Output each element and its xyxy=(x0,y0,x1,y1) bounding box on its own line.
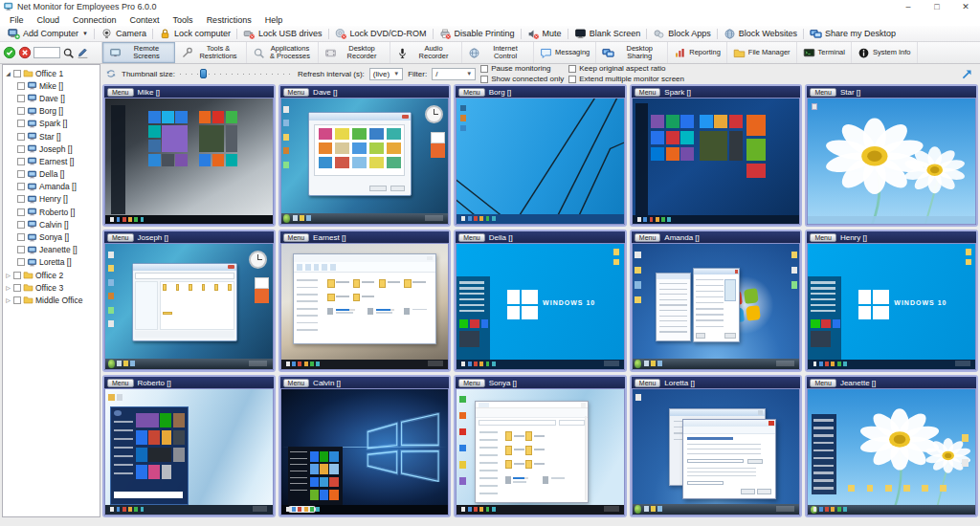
remote-screen-preview[interactable] xyxy=(807,388,976,515)
tab-desktop-recorder[interactable]: Desktop Recorder xyxy=(319,42,390,63)
thumbnail-menu-button[interactable]: Menu xyxy=(810,233,836,242)
tree-checkbox[interactable] xyxy=(17,158,25,165)
expand-icon[interactable] xyxy=(961,68,973,80)
thumbnail-menu-button[interactable]: Menu xyxy=(458,233,485,242)
menu-context[interactable]: Context xyxy=(123,15,167,25)
tree-item-loretta[interactable]: Loretta [] xyxy=(3,256,100,269)
tree-item-calvin[interactable]: Calvin [] xyxy=(3,218,100,230)
tab-file-manager[interactable]: File Manager xyxy=(727,42,797,63)
tree-checkbox[interactable] xyxy=(13,284,21,292)
expand-arrow-icon[interactable]: ▷ xyxy=(5,272,11,278)
blank-screen-button[interactable]: Blank Screen xyxy=(569,27,646,41)
tree-checkbox[interactable] xyxy=(17,145,25,153)
close-button[interactable]: ✕ xyxy=(951,0,980,13)
thumbnail-menu-button[interactable]: Menu xyxy=(107,88,134,97)
tab-remote-screens[interactable]: Remote Screens xyxy=(102,42,175,63)
tree-checkbox[interactable] xyxy=(17,208,25,216)
menu-restrictions[interactable]: Restrictions xyxy=(200,15,258,25)
thumbnail-menu-button[interactable]: Menu xyxy=(283,379,310,387)
remote-screen-preview[interactable] xyxy=(280,98,450,225)
edit-icon[interactable] xyxy=(77,47,89,59)
apps-block-button[interactable]: Block Apps xyxy=(648,27,716,41)
mute-button[interactable]: Mute xyxy=(523,27,567,41)
refresh-icon[interactable] xyxy=(105,68,117,79)
tree-item-earnest[interactable]: Earnest [] xyxy=(3,155,100,167)
remote-screen-preview[interactable] xyxy=(280,388,450,515)
remote-screen-preview[interactable] xyxy=(104,388,274,515)
remote-screen-preview[interactable]: WINDOWS 10 xyxy=(456,243,625,370)
tree-checkbox[interactable] xyxy=(17,258,25,266)
usb-block-button[interactable]: Lock USB drives xyxy=(238,27,327,41)
tree-group-office-2[interactable]: ▷ Office 2 xyxy=(3,269,100,281)
tab-reporting[interactable]: Reporting xyxy=(668,42,727,63)
menu-connection[interactable]: Connection xyxy=(66,15,123,25)
tree-checkbox[interactable] xyxy=(17,195,25,203)
tree-item-sonya[interactable]: Sonya [] xyxy=(3,230,100,243)
dvd-block-button[interactable]: Lock DVD/CD-ROM xyxy=(330,27,432,41)
expand-arrow-icon[interactable]: ▷ xyxy=(5,284,11,291)
remote-screen-preview[interactable] xyxy=(104,243,274,370)
minimize-button[interactable]: – xyxy=(894,0,923,13)
tree-item-roberto[interactable]: Roberto [] xyxy=(3,206,100,218)
tree-checkbox[interactable] xyxy=(17,170,25,178)
tab-processes[interactable]: Applications & Processes xyxy=(247,42,319,63)
camera-button[interactable]: Camera xyxy=(96,27,151,41)
remote-screen-preview[interactable] xyxy=(280,243,450,370)
tree-checkbox[interactable] xyxy=(17,183,25,190)
tab-desktop-sharing[interactable]: Desktop Sharing xyxy=(596,42,668,63)
tree-group-middle-office[interactable]: ▷ Middle Office xyxy=(3,294,100,306)
checkbox-box[interactable] xyxy=(480,65,488,73)
tree-checkbox[interactable] xyxy=(17,120,25,127)
tab-terminal[interactable]: Terminal xyxy=(797,42,852,63)
search-icon[interactable] xyxy=(62,47,75,59)
tree-checkbox[interactable] xyxy=(17,221,25,229)
dropdown-arrow-icon[interactable]: ▼ xyxy=(82,31,88,36)
checkbox-keep-original-aspect-ratio[interactable]: Keep original aspect ratio xyxy=(568,64,684,73)
checkbox-box[interactable] xyxy=(480,76,488,83)
menu-tools[interactable]: Tools xyxy=(167,15,200,25)
share-desktop-button[interactable]: Share my Desktop xyxy=(805,27,901,41)
connect-button[interactable] xyxy=(3,46,16,59)
tab-tools[interactable]: Tools & Restrictions xyxy=(175,42,247,63)
remote-screen-preview[interactable] xyxy=(456,388,625,515)
thumbnail-menu-button[interactable]: Menu xyxy=(635,88,661,97)
checkbox-extend-multiple-monitor-screen[interactable]: Extend multiple monitor screen xyxy=(568,75,684,83)
thumbnail-menu-button[interactable]: Menu xyxy=(107,379,134,387)
lock-button[interactable]: Lock computer xyxy=(154,27,235,41)
tree-item-borg[interactable]: Borg [] xyxy=(3,105,100,118)
computer-add-button[interactable]: Add Computer ▼ xyxy=(3,27,93,41)
tree-checkbox[interactable] xyxy=(17,107,25,115)
thumbnail-menu-button[interactable]: Menu xyxy=(283,233,310,242)
tree-item-della[interactable]: Della [] xyxy=(3,168,100,181)
tab-system-info[interactable]: System Info xyxy=(852,42,918,63)
tree-checkbox[interactable] xyxy=(17,133,25,141)
remote-screen-preview[interactable] xyxy=(104,98,274,225)
checkbox-show-connected-only[interactable]: Show connected only xyxy=(480,75,564,83)
remote-screen-preview[interactable] xyxy=(632,243,801,370)
menu-cloud[interactable]: Cloud xyxy=(31,15,67,25)
disconnect-button[interactable] xyxy=(18,46,32,59)
thumbnail-menu-button[interactable]: Menu xyxy=(810,88,836,97)
thumbnail-menu-button[interactable]: Menu xyxy=(458,88,485,97)
filter-select[interactable]: / ▼ xyxy=(432,68,476,80)
tree-item-spark[interactable]: Spark [] xyxy=(3,118,100,130)
thumbnail-menu-button[interactable]: Menu xyxy=(635,233,661,242)
tree-checkbox[interactable] xyxy=(13,272,21,279)
tree-item-star[interactable]: Star [] xyxy=(3,130,100,142)
thumbnail-menu-button[interactable]: Menu xyxy=(635,379,661,387)
collapse-arrow-icon[interactable]: ◢ xyxy=(5,70,11,77)
thumbnail-menu-button[interactable]: Menu xyxy=(283,88,310,97)
tree-checkbox[interactable] xyxy=(17,246,25,253)
printer-block-button[interactable]: Disable Printing xyxy=(434,27,520,41)
tab-audio-recorder[interactable]: Audio Recorder xyxy=(390,42,462,63)
tree-item-amanda[interactable]: Amanda [] xyxy=(3,181,100,193)
remote-screen-preview[interactable]: WINDOWS 10 xyxy=(807,243,976,370)
tree-checkbox[interactable] xyxy=(13,70,21,77)
tab-internet-control[interactable]: Internet Control xyxy=(462,42,534,63)
tree-item-jeanette[interactable]: Jeanette [] xyxy=(3,244,100,256)
remote-screen-preview[interactable] xyxy=(632,98,801,225)
thumbnail-size-slider[interactable] xyxy=(180,69,293,78)
tree-checkbox[interactable] xyxy=(17,95,25,102)
tree-group-office-1[interactable]: ◢ Office 1 xyxy=(3,67,100,79)
remote-screen-preview[interactable] xyxy=(807,98,976,225)
